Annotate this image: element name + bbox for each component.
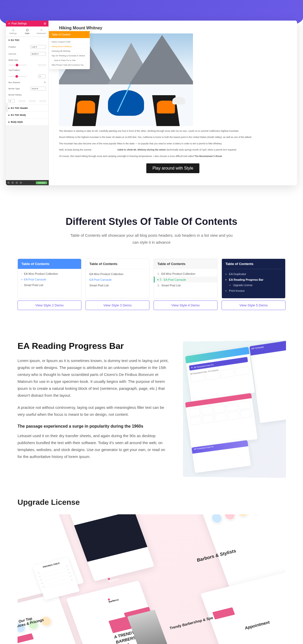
accordion-body-style[interactable]: ▸Body Style [6,119,48,125]
view-style-2-demo-button[interactable]: View Style 2 Demo [18,301,81,310]
panel-bottom-bar: UPDATE [6,180,49,185]
panel-title: Post Settings [12,22,27,25]
responsive-icon[interactable] [16,182,18,184]
rp-paragraph: A practice not without controversy, layi… [18,404,170,418]
blog-paragraph: Well, at least during the summe cided to… [59,148,287,152]
toc-item[interactable]: Upgrade License [225,283,282,288]
slider-prev-arrow[interactable]: ‹ [6,103,8,112]
toc-item[interactable]: EA Woo Product Collection [89,271,146,277]
view-style-3-demo-button[interactable]: View Style 3 Demo [86,301,149,310]
upgrade-heading: Upgrade License [18,498,285,507]
settings-icon[interactable] [7,182,10,184]
section-subheading: Table of Contents will showcase your all… [69,232,234,246]
toc-item[interactable]: EA Duplicator [225,271,282,277]
blog-paragraph: Mount Whitney is the highest mountain in… [59,135,287,139]
svg-point-0 [13,30,13,31]
blog-content: × Table of Content Flymo Coupon Code Hik… [49,21,297,185]
hero-screenshot-card: ‹ › ≡ Post Settings ⊞ Settings Style Adv… [6,21,297,185]
toc-floating-title: Table of Content [49,31,90,38]
toc-item[interactable]: EA Woo Product Collection [21,271,78,277]
tab-style[interactable]: Style [20,27,34,37]
toc-item[interactable]: Smart Post List [89,283,146,288]
toc-item[interactable]: Print Invoice [225,288,282,294]
upgrade-illustration: PRICINGS TABLE —— —— —— —— —— BarBeroz B… [18,514,285,644]
blog-paragraph: The elevation is starting to take its to… [59,129,287,133]
field-position: PositionLeft ▾ [6,43,48,50]
field-top-position: Top Position [6,67,48,73]
preview-icon[interactable] [20,182,22,184]
accordion-ea-toc-header[interactable]: ▸EA TOC Header [6,105,48,111]
panel-tabs: Settings Style Advanced [6,27,48,37]
play-style-button[interactable]: Play around with Style [146,163,199,173]
toc-item[interactable]: Smart Post List [157,283,214,288]
accordion-ea-toc[interactable]: ▾EA TOC [6,37,48,43]
bullet-size-slider[interactable] [9,65,27,65]
view-style-4-demo-button[interactable]: View Style 4 Demo [154,301,217,310]
svg-point-1 [26,29,28,31]
rp-illustration: WP Schedule ⊕ WP Scheduled Posts Pro WP … [183,340,286,478]
position-select[interactable]: Left ▾ [30,45,46,49]
toc-card-title: Table of Contents [154,259,217,269]
upgrade-section: Upgrade License PRICINGS TABLE —— —— —— … [10,498,293,644]
rp-paragraph: Lorem ipsum, or lipsum as it is sometime… [18,357,170,399]
rp-subheading: The passage experienced a surge in popul… [18,424,170,429]
toc-item[interactable]: Smart Post List [21,282,78,288]
toc-card-style3: Table of Contents EA Woo Product Collect… [86,259,149,298]
tab-settings[interactable]: Settings [6,27,20,37]
toc-card-style2: Table of Contents EA Woo Product Collect… [18,259,81,298]
blog-title: Hiking Mount Whitney [59,26,287,30]
field-border-radius: Border Radius [6,92,48,98]
toc-card-title: Table of Contents [225,259,282,269]
toc-item[interactable]: Hiking Mount Whitney [52,44,87,49]
edit-icon[interactable]: ✎ [44,81,46,84]
toc-item[interactable]: EA Woo Product Collection [157,271,214,277]
tab-advanced[interactable]: Advanced [34,27,48,37]
toc-item[interactable]: Climbing Mt Whitney [52,49,87,54]
field-border-type: Border TypeNone ▾ [6,85,48,92]
toc-item[interactable]: How to Pack For a Trek [52,58,87,63]
blog-paragraph: The mountain has also become one of the … [59,142,287,145]
toc-item[interactable]: Flymo Coupon Code [52,40,87,44]
toc-item[interactable]: EA Reading Progress Bar [225,277,282,283]
toc-item[interactable]: EA Post Carosule [21,277,78,282]
toc-item[interactable]: Tips for Renting a Gondola in Venice [52,54,87,58]
rp-paragraph: Letraset used it on their dry transfer s… [18,432,170,460]
menu-icon[interactable]: ≡ [9,22,10,25]
apps-icon[interactable]: ⊞ [44,22,46,25]
reading-progress-section: EA Reading Progress Bar Lorem ipsum, or … [10,341,293,477]
toc-card-title: Table of Contents [18,259,81,269]
update-button[interactable]: UPDATE [36,181,47,184]
history-icon[interactable] [12,182,14,184]
section-heading: Different Styles Of Table Of Contents [18,216,285,227]
toc-item[interactable]: EA Post Carosule [154,277,217,283]
toc-item[interactable]: EA Post Carosule [89,277,146,283]
panel-header: ≡ Post Settings ⊞ [6,21,48,27]
field-box-shadow: Box Shadow✎ [6,80,48,85]
accordion-ea-toc-body[interactable]: ▸EA TOC Body [6,112,48,118]
field-list-icon: List IconBullet ▾ [6,50,48,57]
list-icon-select[interactable]: Bullet ▾ [30,52,46,56]
field-bullet-size: Bullet Size [6,57,48,63]
elementor-settings-panel: ≡ Post Settings ⊞ Settings Style Advance… [6,21,49,185]
top-position-value[interactable]: 0 [38,74,46,78]
view-style-5-demo-button[interactable]: View Style 5 Demo [222,301,285,310]
toc-card-style5: Table of Contents EA Duplicator EA Readi… [222,259,285,298]
toc-card-title: Table of Contents [86,259,149,269]
bullet-size-value[interactable] [38,64,46,66]
blog-paragraph: Of course, this meant hiking through sno… [59,154,287,158]
rp-heading: EA Reading Progress Bar [18,341,170,351]
border-type-select[interactable]: None ▾ [30,87,46,91]
toc-styles-section: Different Styles Of Table Of Contents Ta… [10,216,293,310]
floating-toc: × Table of Content Flymo Coupon Code Hik… [49,31,90,69]
toc-card-style4: Table of Contents EA Woo Product Collect… [154,259,217,298]
toc-item[interactable]: Wild Photos That will Convince You [52,63,87,67]
top-position-slider[interactable] [9,76,27,77]
